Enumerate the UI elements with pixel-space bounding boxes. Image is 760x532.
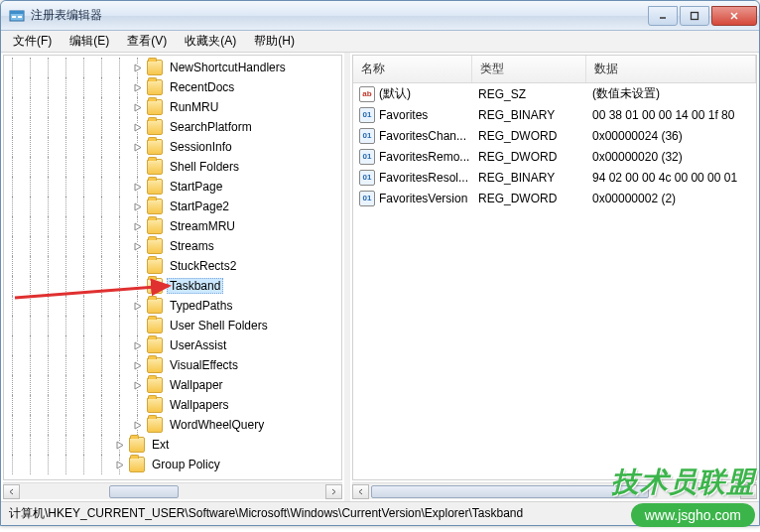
tree-node[interactable]: Ext	[4, 435, 341, 455]
col-header-name[interactable]: 名称	[353, 56, 472, 82]
tree-node[interactable]: StartPage2	[4, 197, 341, 216]
folder-icon	[147, 179, 163, 195]
folder-icon	[147, 238, 163, 254]
value-type: REG_DWORD	[472, 129, 586, 143]
expander-icon[interactable]	[129, 256, 147, 276]
expander-icon[interactable]	[129, 197, 147, 216]
tree-node[interactable]: RecentDocs	[4, 77, 341, 97]
scroll-thumb[interactable]	[109, 485, 179, 498]
expander-icon[interactable]	[129, 177, 147, 197]
value-name: FavoritesResol...	[379, 171, 468, 185]
tree-node[interactable]: StartPage	[4, 177, 341, 197]
workspace: NewShortcutHandlersRecentDocsRunMRUSearc…	[1, 53, 759, 501]
svg-rect-5	[692, 12, 698, 19]
folder-icon	[147, 318, 163, 333]
tree-node[interactable]: StreamMRU	[4, 216, 341, 236]
tree-node[interactable]: StuckRects2	[4, 256, 341, 276]
list-row[interactable]: FavoritesVersionREG_DWORD0x00000002 (2)	[353, 188, 756, 208]
tree-node-label: TypedPaths	[167, 298, 235, 314]
binary-value-icon	[359, 191, 375, 206]
expander-icon[interactable]	[129, 157, 147, 177]
list-row[interactable]: (默认)REG_SZ(数值未设置)	[353, 83, 756, 104]
registry-tree[interactable]: NewShortcutHandlersRecentDocsRunMRUSearc…	[3, 55, 342, 480]
tree-node[interactable]: SessionInfo	[4, 137, 341, 157]
menu-edit[interactable]: 编辑(E)	[62, 31, 117, 52]
tree-node-label: User Shell Folders	[167, 318, 271, 333]
value-data: 94 02 00 00 4c 00 00 00 01	[586, 171, 756, 185]
expander-icon[interactable]	[129, 137, 147, 157]
minimize-button[interactable]	[648, 6, 678, 26]
col-header-type[interactable]: 类型	[472, 56, 586, 82]
scroll-left-button[interactable]	[352, 484, 369, 499]
values-listview[interactable]: 名称 类型 数据 (默认)REG_SZ(数值未设置)FavoritesREG_B…	[352, 55, 757, 480]
folder-icon	[147, 159, 163, 175]
list-row[interactable]: FavoritesREG_BINARY00 38 01 00 00 14 00 …	[353, 104, 756, 125]
menu-help[interactable]: 帮助(H)	[246, 31, 303, 52]
tree-node-label: NewShortcutHandlers	[167, 60, 289, 75]
list-row[interactable]: FavoritesChan...REG_DWORD0x00000024 (36)	[353, 125, 756, 146]
scroll-right-button[interactable]	[325, 484, 342, 499]
expander-icon[interactable]	[129, 216, 147, 236]
expander-icon[interactable]	[129, 415, 147, 435]
tree-node[interactable]: Wallpapers	[4, 395, 341, 415]
folder-icon	[147, 258, 163, 274]
menu-favorites[interactable]: 收藏夹(A)	[177, 31, 244, 52]
value-name: (默认)	[379, 85, 411, 102]
expander-icon[interactable]	[129, 117, 147, 137]
expander-icon[interactable]	[129, 296, 147, 316]
expander-icon[interactable]	[129, 77, 147, 97]
expander-icon[interactable]	[129, 276, 147, 296]
scroll-left-button[interactable]	[3, 484, 20, 499]
tree-node[interactable]: Group Policy	[4, 455, 341, 474]
value-name: FavoritesChan...	[379, 129, 466, 143]
expander-icon[interactable]	[129, 58, 147, 77]
tree-node[interactable]: Streams	[4, 236, 341, 256]
scroll-right-button[interactable]	[740, 484, 757, 499]
expander-icon[interactable]	[111, 455, 129, 474]
maximize-button[interactable]	[680, 6, 709, 26]
values-hscrollbar[interactable]	[352, 482, 757, 499]
folder-icon	[147, 119, 163, 135]
expander-icon[interactable]	[129, 236, 147, 256]
expander-icon[interactable]	[129, 375, 147, 395]
tree-hscrollbar[interactable]	[3, 482, 342, 499]
tree-node-label: Ext	[149, 437, 172, 453]
tree-node[interactable]: Taskband	[4, 276, 341, 296]
tree-node[interactable]: Shell Folders	[4, 157, 341, 177]
list-row[interactable]: FavoritesRemo...REG_DWORD0x00000020 (32)	[353, 146, 756, 167]
list-header: 名称 类型 数据	[353, 56, 756, 83]
binary-value-icon	[359, 107, 375, 123]
tree-node[interactable]: NewShortcutHandlers	[4, 58, 341, 77]
expander-icon[interactable]	[111, 435, 129, 455]
folder-icon	[147, 357, 163, 373]
col-header-data[interactable]: 数据	[586, 56, 756, 82]
expander-icon[interactable]	[129, 395, 147, 415]
folder-icon	[147, 99, 163, 115]
folder-icon	[147, 278, 163, 294]
tree-node[interactable]: TypedPaths	[4, 296, 341, 316]
titlebar[interactable]: 注册表编辑器	[1, 1, 759, 31]
expander-icon[interactable]	[129, 316, 147, 335]
tree-node[interactable]: VisualEffects	[4, 355, 341, 375]
menu-file[interactable]: 文件(F)	[5, 31, 60, 52]
tree-node[interactable]: WordWheelQuery	[4, 415, 341, 435]
tree-node[interactable]: RunMRU	[4, 97, 341, 117]
tree-node[interactable]: Wallpaper	[4, 375, 341, 395]
folder-icon	[129, 437, 145, 453]
expander-icon[interactable]	[129, 355, 147, 375]
expander-icon[interactable]	[129, 97, 147, 117]
close-button[interactable]	[711, 6, 757, 26]
menubar: 文件(F) 编辑(E) 查看(V) 收藏夹(A) 帮助(H)	[1, 31, 759, 53]
tree-node[interactable]: User Shell Folders	[4, 316, 341, 335]
window-title: 注册表编辑器	[31, 7, 646, 24]
value-type: REG_DWORD	[472, 150, 586, 164]
tree-node-label: StartPage2	[167, 199, 232, 214]
expander-icon[interactable]	[129, 335, 147, 355]
tree-node[interactable]: UserAssist	[4, 335, 341, 355]
scroll-thumb[interactable]	[371, 485, 649, 498]
tree-node[interactable]: SearchPlatform	[4, 117, 341, 137]
folder-icon	[147, 377, 163, 393]
tree-node-label: StreamMRU	[167, 218, 238, 234]
list-row[interactable]: FavoritesResol...REG_BINARY94 02 00 00 4…	[353, 167, 756, 188]
menu-view[interactable]: 查看(V)	[119, 31, 175, 52]
